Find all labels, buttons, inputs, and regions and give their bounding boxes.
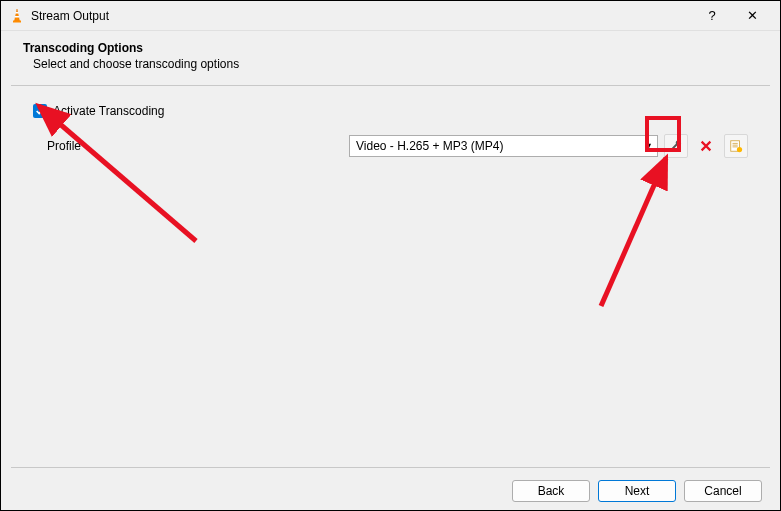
svg-rect-1: [15, 12, 18, 14]
wrench-icon: [669, 139, 683, 153]
svg-rect-2: [15, 16, 20, 18]
titlebar: Stream Output ? ✕: [1, 1, 780, 31]
activate-transcoding-checkbox[interactable]: [33, 104, 47, 118]
x-icon: [699, 139, 713, 153]
activate-transcoding-label: Activate Transcoding: [53, 104, 164, 118]
svg-line-9: [601, 158, 666, 306]
next-button[interactable]: Next: [598, 480, 676, 502]
page-title: Transcoding Options: [23, 41, 758, 55]
page-subtitle: Select and choose transcoding options: [23, 57, 758, 71]
chevron-down-icon: ▼: [644, 141, 653, 151]
main-panel: Activate Transcoding Profile Video - H.2…: [11, 86, 770, 467]
vlc-cone-icon: [9, 8, 25, 24]
profile-dropdown-value: Video - H.265 + MP3 (MP4): [356, 139, 504, 153]
svg-rect-0: [13, 20, 21, 22]
profile-dropdown[interactable]: Video - H.265 + MP3 (MP4) ▼: [349, 135, 658, 157]
help-button[interactable]: ?: [692, 2, 732, 30]
svg-line-8: [39, 106, 196, 241]
profile-row: Profile Video - H.265 + MP3 (MP4) ▼: [33, 134, 748, 158]
new-profile-button[interactable]: [724, 134, 748, 158]
window-title: Stream Output: [31, 9, 692, 23]
profile-label: Profile: [33, 139, 343, 153]
annotation-arrow-checkbox: [21, 96, 221, 256]
new-profile-icon: [729, 139, 743, 153]
footer-buttons: Back Next Cancel: [11, 467, 770, 502]
back-button[interactable]: Back: [512, 480, 590, 502]
close-button[interactable]: ✕: [732, 2, 772, 30]
page-header: Transcoding Options Select and choose tr…: [11, 31, 770, 86]
activate-transcoding-row: Activate Transcoding: [33, 104, 748, 118]
cancel-button[interactable]: Cancel: [684, 480, 762, 502]
delete-profile-button[interactable]: [694, 134, 718, 158]
svg-point-7: [737, 147, 742, 152]
edit-profile-button[interactable]: [664, 134, 688, 158]
annotation-arrow-wrench: [571, 146, 711, 316]
content-area: Transcoding Options Select and choose tr…: [1, 31, 780, 510]
